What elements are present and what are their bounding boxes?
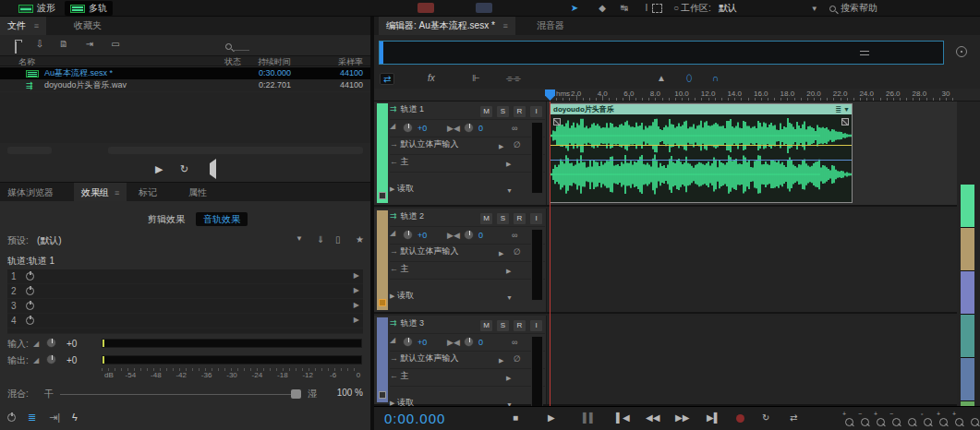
slot-chevron-icon[interactable]: ▶ [354, 286, 359, 294]
track-input-row[interactable]: → 默认立体声输入▶∅ [390, 245, 545, 262]
move-tool-icon[interactable]: ⇄ [380, 73, 394, 85]
slot-power-icon[interactable] [26, 287, 34, 295]
stop-button[interactable]: ■ [513, 412, 518, 424]
timeline-ruler[interactable]: hms 2.04.06.08.010.012.014.016.018.020.0… [374, 89, 980, 102]
tab-files[interactable]: 文件 ≡ [0, 17, 46, 35]
tab-markers[interactable]: 标记 [131, 183, 164, 202]
link-icon[interactable]: ∞ [512, 231, 517, 240]
zoom-in-at-in-point-button[interactable]: + [939, 413, 948, 430]
fx-toggle-icon[interactable]: fx [428, 73, 435, 83]
waveform-view-button[interactable]: 波形 [13, 1, 61, 16]
metering-icon[interactable]: ⌯⌯ [506, 73, 521, 84]
automation-mode-value[interactable]: 读取 [397, 184, 414, 193]
track-name[interactable]: 轨道 1 [401, 104, 425, 113]
preset-value[interactable]: (默认) [37, 234, 62, 247]
automation-expand-icon[interactable]: ▶ [390, 185, 394, 192]
save-preset-icon[interactable]: ⇓ [317, 234, 324, 245]
clip-effects-button[interactable]: 剪辑效果 [140, 212, 192, 226]
clip-menu-icon[interactable]: ≣ [835, 105, 841, 113]
slot-power-icon[interactable] [26, 272, 34, 281]
track-output-row[interactable]: ← 主▶ [390, 370, 545, 387]
tab-effects-rack[interactable]: 效果组≡ [74, 183, 127, 202]
play-button[interactable]: ▶ [548, 412, 555, 424]
track-record-arm-button[interactable]: R [514, 106, 526, 117]
fast-forward-button[interactable]: ▶▶ [675, 412, 689, 424]
pan-knob[interactable] [464, 123, 474, 133]
files-search-input[interactable] [233, 50, 249, 51]
track-monitor-button[interactable]: I [530, 213, 542, 224]
spectral-display-icon[interactable] [417, 3, 434, 13]
panel-menu-icon[interactable]: ≡ [34, 21, 39, 30]
files-scrollbar-corner[interactable] [7, 147, 52, 154]
volume-knob[interactable] [403, 230, 413, 240]
razor-tool-icon[interactable]: ◆ [593, 2, 611, 14]
zoom-to-selection-button[interactable]: ▫ [924, 413, 932, 430]
workspace-selector[interactable]: 工作区: 默认 ▼ [681, 2, 818, 15]
zoom-in-amplitude-button[interactable]: + [877, 413, 885, 430]
rack-list-icon[interactable]: ≣ [28, 412, 36, 424]
search-help[interactable]: 搜索帮助 [829, 2, 877, 15]
tab-editor[interactable]: 编辑器: Au基本流程.sesx * ≡ [379, 17, 515, 35]
rewind-button[interactable]: ◀◀ [646, 412, 659, 424]
track-record-arm-button[interactable]: R [514, 320, 526, 331]
skip-to-cursor-button[interactable]: ⇄ [790, 412, 797, 424]
track-effects-button[interactable]: 音轨效果 [196, 212, 248, 226]
zoom-reset-button[interactable] [908, 413, 916, 430]
navigator-track-segment[interactable] [961, 358, 974, 401]
effect-slot[interactable]: 2▶ [7, 284, 363, 299]
navigator-track-segment[interactable] [961, 271, 974, 315]
playhead-line[interactable] [550, 102, 550, 406]
automation-expand-icon[interactable]: ▶ [390, 400, 394, 406]
track-mute-button[interactable]: M [480, 106, 492, 117]
track-input-row[interactable]: → 默认立体声输入▶∅ [390, 352, 545, 369]
multitrack-view-button[interactable]: 多轨 [65, 1, 113, 16]
effect-slot[interactable]: 1▶ [7, 269, 363, 284]
track-input-row[interactable]: → 默认立体声输入▶∅ [390, 138, 545, 155]
track-mute-button[interactable]: M [480, 320, 492, 331]
effect-slot[interactable]: 4▶ [7, 314, 363, 328]
effect-slot-partial[interactable] [7, 328, 363, 334]
track-output-row[interactable]: ← 主▶ [390, 156, 545, 173]
insert-into-multitrack-icon[interactable]: ⇥ [81, 38, 98, 51]
vertical-track-navigator[interactable] [961, 185, 974, 406]
pan-knob[interactable] [464, 337, 474, 347]
preview-play-icon[interactable]: ▶ [155, 163, 163, 175]
slot-chevron-icon[interactable]: ▶ [354, 301, 359, 309]
track-output-value[interactable]: 主 [401, 371, 409, 380]
input-monitor-off-icon[interactable]: ∅ [514, 140, 521, 149]
track-automation-row[interactable]: ▶ 读取▼ [390, 397, 545, 406]
files-search-icon[interactable] [220, 41, 236, 54]
input-monitor-off-icon[interactable]: ∅ [514, 247, 521, 257]
snap-icon[interactable]: ⬯ [686, 73, 692, 84]
link-icon[interactable]: ∞ [512, 338, 517, 347]
track-name[interactable]: 轨道 3 [401, 318, 425, 328]
track-mute-button[interactable]: M [480, 213, 492, 224]
audio-clip[interactable]: doyoudo片头音乐 ≣ ▼ [550, 103, 853, 203]
track-automation-row[interactable]: ▶ 读取▼ [390, 290, 545, 306]
preview-speaker-icon[interactable] [205, 163, 216, 174]
marker-tool-icon[interactable]: ⊩ [472, 73, 480, 83]
mix-slider-track[interactable] [60, 394, 291, 395]
process-effects-icon[interactable]: ϟ [72, 412, 78, 423]
input-monitor-off-icon[interactable]: ∅ [514, 354, 521, 364]
track-solo-button[interactable]: S [497, 106, 509, 117]
tab-favorites[interactable]: 收藏夹 [67, 17, 109, 35]
rack-power-icon[interactable] [7, 412, 16, 423]
volume-knob[interactable] [403, 123, 413, 133]
slot-power-icon[interactable] [26, 302, 34, 310]
automation-mode-value[interactable]: 读取 [397, 398, 414, 406]
favorite-icon[interactable]: ★ [356, 234, 364, 245]
playhead-grabber-icon[interactable] [545, 90, 555, 101]
volume-knob[interactable] [403, 337, 413, 347]
zoom-out-amplitude-button[interactable]: − [892, 413, 901, 430]
track-solo-button[interactable]: S [497, 320, 509, 331]
magnet-icon[interactable]: ∩ [712, 73, 719, 83]
new-file-icon[interactable]: 🗎 [55, 38, 72, 51]
navigator-options-icon[interactable] [956, 46, 967, 57]
import-file-icon[interactable]: ⇩ [31, 38, 48, 51]
go-to-start-button[interactable]: ▌◀ [616, 412, 630, 424]
track-monitor-button[interactable]: I [530, 320, 542, 331]
tab-media-browser[interactable]: 媒体浏览器 [0, 183, 61, 202]
record-button[interactable] [736, 412, 744, 423]
delete-preset-icon[interactable]: ▯ [335, 234, 341, 245]
